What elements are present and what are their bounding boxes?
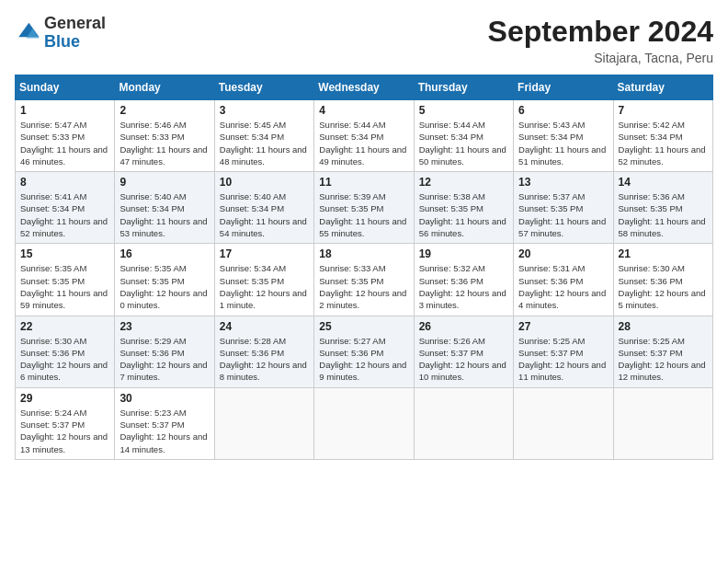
day-cell-24: 24 Sunrise: 5:28 AMSunset: 5:36 PMDaylig… <box>214 316 313 387</box>
day-cell-12: 12 Sunrise: 5:38 AMSunset: 5:35 PMDaylig… <box>414 172 513 244</box>
calendar-row-5: 29 Sunrise: 5:24 AMSunset: 5:37 PMDaylig… <box>16 387 713 459</box>
page-header: General Blue September 2024 Sitajara, Ta… <box>15 15 713 65</box>
day-cell-16: 16 Sunrise: 5:35 AMSunset: 5:35 PMDaylig… <box>115 244 214 316</box>
day-cell-30: 30 Sunrise: 5:23 AMSunset: 5:37 PMDaylig… <box>115 387 214 459</box>
day-cell-5: 5 Sunrise: 5:44 AMSunset: 5:34 PMDayligh… <box>414 100 513 172</box>
day-cell-14: 14 Sunrise: 5:36 AMSunset: 5:35 PMDaylig… <box>613 172 712 244</box>
day-cell-3: 3 Sunrise: 5:45 AMSunset: 5:34 PMDayligh… <box>214 100 313 172</box>
day-cell-22: 22 Sunrise: 5:30 AMSunset: 5:36 PMDaylig… <box>16 316 115 387</box>
day-cell-23: 23 Sunrise: 5:29 AMSunset: 5:36 PMDaylig… <box>115 316 214 387</box>
day-cell-28: 28 Sunrise: 5:25 AMSunset: 5:37 PMDaylig… <box>613 316 712 387</box>
empty-cell-1 <box>214 387 313 459</box>
col-sunday: Sunday <box>16 75 115 100</box>
title-block: September 2024 Sitajara, Tacna, Peru <box>488 15 713 65</box>
day-cell-11: 11 Sunrise: 5:39 AMSunset: 5:35 PMDaylig… <box>314 172 414 244</box>
day-cell-9: 9 Sunrise: 5:40 AMSunset: 5:34 PMDayligh… <box>115 172 214 244</box>
logo-general-text: General <box>44 14 106 32</box>
day-cell-7: 7 Sunrise: 5:42 AMSunset: 5:34 PMDayligh… <box>613 100 712 172</box>
empty-cell-3 <box>414 387 513 459</box>
empty-cell-5 <box>613 387 712 459</box>
day-cell-29: 29 Sunrise: 5:24 AMSunset: 5:37 PMDaylig… <box>16 387 115 459</box>
logo: General Blue <box>15 15 106 52</box>
day-cell-2: 2 Sunrise: 5:46 AMSunset: 5:33 PMDayligh… <box>115 100 214 172</box>
logo-icon <box>15 20 40 46</box>
day-cell-27: 27 Sunrise: 5:25 AMSunset: 5:37 PMDaylig… <box>514 316 613 387</box>
day-cell-15: 15 Sunrise: 5:35 AMSunset: 5:35 PMDaylig… <box>16 244 115 316</box>
col-saturday: Saturday <box>613 75 712 100</box>
day-cell-25: 25 Sunrise: 5:27 AMSunset: 5:36 PMDaylig… <box>314 316 414 387</box>
calendar-table: Sunday Monday Tuesday Wednesday Thursday… <box>15 75 713 460</box>
day-cell-8: 8 Sunrise: 5:41 AMSunset: 5:34 PMDayligh… <box>16 172 115 244</box>
calendar-row-3: 15 Sunrise: 5:35 AMSunset: 5:35 PMDaylig… <box>16 244 713 316</box>
col-monday: Monday <box>115 75 214 100</box>
month-title: September 2024 <box>488 15 713 49</box>
day-cell-6: 6 Sunrise: 5:43 AMSunset: 5:34 PMDayligh… <box>514 100 613 172</box>
day-cell-4: 4 Sunrise: 5:44 AMSunset: 5:34 PMDayligh… <box>314 100 414 172</box>
day-cell-1: 1 Sunrise: 5:47 AMSunset: 5:33 PMDayligh… <box>16 100 115 172</box>
logo-blue-text: Blue <box>44 32 80 51</box>
empty-cell-2 <box>314 387 414 459</box>
col-thursday: Thursday <box>414 75 513 100</box>
day-cell-21: 21 Sunrise: 5:30 AMSunset: 5:36 PMDaylig… <box>613 244 712 316</box>
calendar-header-row: Sunday Monday Tuesday Wednesday Thursday… <box>16 75 713 100</box>
calendar-row-4: 22 Sunrise: 5:30 AMSunset: 5:36 PMDaylig… <box>16 316 713 387</box>
day-cell-26: 26 Sunrise: 5:26 AMSunset: 5:37 PMDaylig… <box>414 316 513 387</box>
col-friday: Friday <box>514 75 613 100</box>
calendar-row-1: 1 Sunrise: 5:47 AMSunset: 5:33 PMDayligh… <box>16 100 713 172</box>
day-cell-20: 20 Sunrise: 5:31 AMSunset: 5:36 PMDaylig… <box>514 244 613 316</box>
day-cell-18: 18 Sunrise: 5:33 AMSunset: 5:35 PMDaylig… <box>314 244 414 316</box>
day-cell-10: 10 Sunrise: 5:40 AMSunset: 5:34 PMDaylig… <box>214 172 313 244</box>
day-cell-19: 19 Sunrise: 5:32 AMSunset: 5:36 PMDaylig… <box>414 244 513 316</box>
empty-cell-4 <box>514 387 613 459</box>
col-wednesday: Wednesday <box>314 75 414 100</box>
col-tuesday: Tuesday <box>214 75 313 100</box>
location-text: Sitajara, Tacna, Peru <box>488 51 713 65</box>
calendar-row-2: 8 Sunrise: 5:41 AMSunset: 5:34 PMDayligh… <box>16 172 713 244</box>
day-cell-13: 13 Sunrise: 5:37 AMSunset: 5:35 PMDaylig… <box>514 172 613 244</box>
day-cell-17: 17 Sunrise: 5:34 AMSunset: 5:35 PMDaylig… <box>214 244 313 316</box>
